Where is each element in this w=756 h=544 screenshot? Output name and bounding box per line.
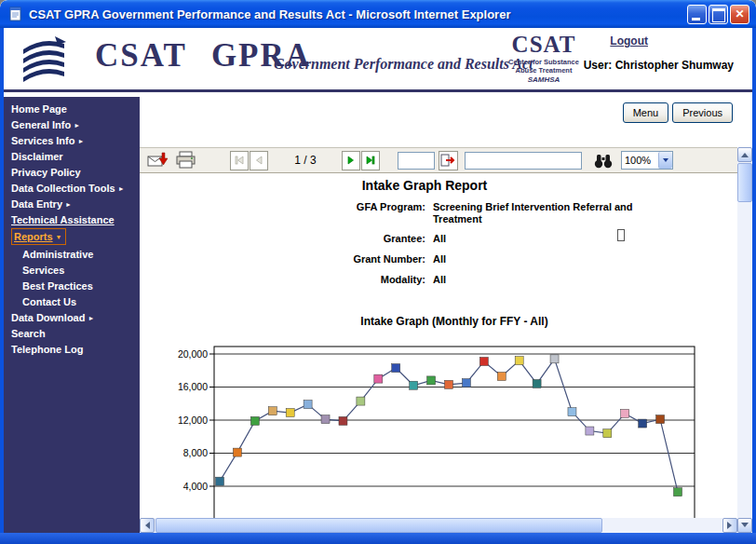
next-page-button[interactable] [342, 151, 360, 170]
sidebar-item-data-entry[interactable]: Data Entry► [4, 196, 140, 211]
sidebar-item-services[interactable]: Services [4, 262, 140, 278]
vertical-scrollbar[interactable] [737, 147, 752, 533]
field-label-gfa-program: GFA Program: [140, 201, 425, 212]
close-button[interactable]: ✕ [730, 5, 749, 24]
field-label-grantee: Grantee: [140, 233, 425, 244]
minimize-button[interactable] [687, 5, 707, 24]
header-divider [4, 89, 752, 92]
field-value-modality: All [433, 274, 670, 286]
horizontal-scrollbar[interactable] [140, 518, 737, 533]
field-value-grant-number: All [433, 253, 670, 265]
previous-page-button[interactable] [250, 151, 268, 170]
main-content: Menu Previous [140, 97, 752, 533]
arrow-right-icon [727, 522, 736, 529]
print-icon [175, 151, 196, 170]
csat-logo-sub1: Center for Substance [505, 58, 583, 66]
arrow-left-icon [142, 522, 150, 529]
svg-text:12,000: 12,000 [178, 415, 208, 426]
zoom-select[interactable]: 100% [621, 151, 673, 170]
first-page-icon [234, 155, 245, 166]
svg-text:8,000: 8,000 [183, 447, 208, 458]
search-input[interactable] [465, 152, 582, 170]
zoom-dropdown-button[interactable] [658, 152, 672, 169]
sidebar-item-best-practices[interactable]: Best Practices [4, 278, 140, 293]
sidebar-item-technical-assistance[interactable]: Technical Assistance [4, 211, 140, 227]
field-label-modality: Modality: [140, 274, 425, 285]
hhs-logo-icon [15, 31, 73, 87]
user-label: User: Christopher Shumway [584, 59, 734, 72]
site-header: CSAT GPRA Government Performance and Res… [4, 28, 752, 89]
goto-page-input[interactable] [398, 152, 435, 170]
export-button[interactable] [147, 151, 169, 170]
goto-page-button[interactable] [439, 151, 458, 170]
sidebar-item-home-page[interactable]: Home Page [4, 101, 140, 116]
chevron-down-icon [663, 158, 668, 165]
arrow-down-icon [741, 523, 749, 531]
window-icon[interactable] [8, 7, 23, 21]
field-value-grantee: All [433, 233, 670, 245]
search-button[interactable] [593, 152, 614, 170]
window-frame-right [752, 28, 756, 533]
last-page-icon [365, 155, 376, 166]
previous-button[interactable]: Previous [672, 102, 733, 123]
next-page-icon [345, 155, 357, 166]
window-title: CSAT GPRA Government Performance and Res… [29, 7, 687, 21]
print-button[interactable] [175, 151, 196, 170]
csat-logo-sub2: Abuse Treatment [505, 66, 583, 75]
sidebar-item-reports[interactable]: Reports▼ [4, 227, 140, 246]
arrow-up-icon [741, 149, 749, 157]
sidebar-item-privacy-policy[interactable]: Privacy Policy [4, 164, 140, 180]
csat-logo-name: CSAT [505, 32, 583, 58]
csat-logo: CSAT Center for Substance Abuse Treatmen… [505, 32, 583, 84]
chevron-right-icon: ► [74, 122, 80, 129]
logout-link[interactable]: Logout [610, 34, 648, 48]
svg-text:20,000: 20,000 [178, 348, 208, 360]
svg-text:16,000: 16,000 [178, 381, 208, 392]
field-value-gfa-program: Screening Brief Intervention Referral an… [433, 201, 670, 225]
chevron-right-icon: ► [88, 315, 94, 321]
report-toolbar: 1 / 3 [140, 147, 737, 173]
svg-text:4,000: 4,000 [183, 481, 208, 492]
sidebar-item-contact-us[interactable]: Contact Us [4, 293, 140, 309]
goto-page-icon [440, 153, 456, 168]
missing-glyph-box [617, 229, 625, 241]
maximize-button[interactable] [709, 5, 728, 24]
sidebar-item-search[interactable]: Search [4, 325, 140, 341]
sidebar-item-data-collection-tools[interactable]: Data Collection Tools► [4, 180, 140, 196]
scroll-up-button[interactable] [737, 147, 752, 162]
vertical-scroll-thumb[interactable] [737, 163, 752, 202]
export-icon [147, 151, 169, 170]
page-indicator: 1 / 3 [269, 154, 342, 167]
chart-title: Intake Graph (Monthly for FFY - All) [214, 315, 695, 328]
window-frame-bottom [0, 533, 756, 544]
first-page-button[interactable] [230, 151, 249, 170]
sidebar-item-general-info[interactable]: General Info► [4, 116, 140, 132]
chevron-right-icon: ► [118, 185, 125, 192]
browser-window: CSAT GPRA Government Performance and Res… [0, 0, 756, 544]
sidebar-item-disclaimer[interactable]: Disclaimer [4, 148, 140, 164]
sidebar-nav: Home Page General Info► Services Info► D… [4, 97, 140, 533]
last-page-button[interactable] [361, 151, 380, 170]
sidebar-item-administrative[interactable]: Administrative [4, 246, 140, 262]
title-bar: CSAT GPRA Government Performance and Res… [0, 0, 756, 28]
horizontal-scroll-thumb[interactable] [155, 518, 602, 533]
report-title: Intake Graph Report [140, 178, 709, 193]
chevron-right-icon: ► [65, 201, 72, 208]
brand-subtitle: Government Performance and Results Act [274, 56, 533, 73]
chevron-right-icon: ► [77, 138, 84, 144]
scroll-down-button[interactable] [737, 518, 752, 533]
binoculars-icon [593, 152, 614, 170]
report-page: Intake Graph Report GFA Program: Screeni… [140, 173, 737, 518]
sidebar-item-telephone-log[interactable]: Telephone Log [4, 341, 140, 357]
scroll-right-button[interactable] [722, 518, 737, 533]
menu-button[interactable]: Menu [623, 102, 669, 123]
sidebar-item-data-download[interactable]: Data Download► [4, 309, 140, 325]
previous-page-icon [253, 155, 264, 166]
scroll-left-button[interactable] [140, 518, 155, 533]
chevron-down-icon: ▼ [56, 234, 62, 240]
sidebar-item-services-info[interactable]: Services Info► [4, 132, 140, 148]
zoom-value: 100% [622, 155, 658, 166]
field-label-grant-number: Grant Number: [140, 253, 425, 265]
intake-chart: 20,00016,00012,0008,0004,000 [172, 341, 708, 518]
csat-logo-samhsa: SAMHSA [505, 75, 583, 84]
